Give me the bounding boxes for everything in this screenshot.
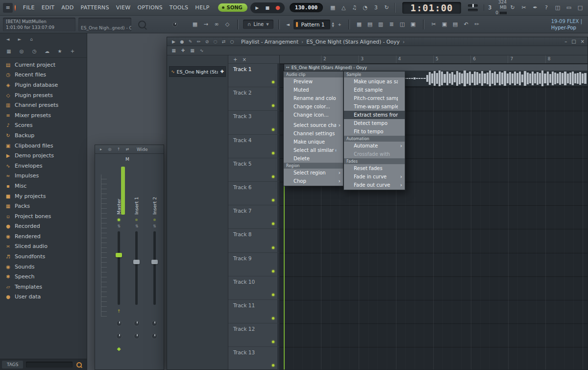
mixer-strip-insert2[interactable]: Insert 2 ⇅ [147,164,162,367]
track-mute-led[interactable] [272,81,274,83]
star-icon[interactable]: ★ [55,47,65,56]
menu-item[interactable]: Change icon... › [284,111,343,119]
parent-icon[interactable]: ⌂ [26,34,36,44]
record-button[interactable]: ● [273,3,283,12]
browser-item[interactable]: ▶ Demo projects [0,150,87,161]
search-icon[interactable] [138,21,146,28]
track-header[interactable]: Track 11 [228,300,279,323]
menubar-item[interactable]: TOOLS [166,0,192,15]
pan-knob[interactable] [116,333,122,339]
menu-item[interactable]: Chop › [284,177,343,185]
track-mute-led[interactable] [272,104,274,107]
track-header[interactable]: Track 6 [228,182,279,205]
track-header[interactable]: Track 3 [228,111,279,134]
browser-item[interactable]: ≡ Mixer presets [0,110,87,121]
save-icon[interactable]: ◫ [553,3,563,13]
browser-item[interactable]: ◉ Sounds [0,262,87,272]
menu-item[interactable]: Time-warp sample › [344,102,405,111]
snap-selector[interactable]: ∩ Line ▼ [243,20,273,29]
volume-fader[interactable] [153,231,156,305]
record-icon[interactable]: ● [178,38,186,45]
stereo-knob[interactable] [116,321,122,326]
menu-item[interactable]: Delete › [284,154,343,163]
track-mute-led[interactable] [272,364,274,367]
wait-input-icon[interactable]: ◔ [360,3,370,13]
menu-item[interactable]: Fade in curve › [344,173,405,181]
mixer-layout-label[interactable]: Wide [137,147,147,152]
menu-item[interactable]: Channel settings › [284,129,343,138]
play-button[interactable]: ▶ [252,3,262,12]
pan-arrows-icon[interactable]: ⇅ [153,224,156,228]
fullscreen-icon[interactable]: □ [575,3,585,13]
pattern-prev-icon[interactable]: ◄ [284,21,292,28]
browser-item[interactable]: ◈ Plugin database [0,80,87,90]
track-header[interactable]: Track 7 [228,205,279,229]
volume-fader[interactable] [135,231,138,305]
typing-piano-icon[interactable]: ▦ [190,20,200,29]
add-track-icon[interactable]: + [233,57,237,62]
main-pitch-slider[interactable] [468,4,478,7]
browser-item[interactable]: ◷ Recent files [0,70,87,80]
arrow-right-icon[interactable]: → [201,20,211,29]
snap-alt-icon[interactable]: ◫ [397,20,407,29]
menu-item[interactable]: Change color... › [284,102,343,111]
forward-icon[interactable]: ► [15,34,24,44]
menubar-item[interactable]: ADD [58,0,77,15]
grid-icon[interactable]: ▦ [170,47,177,54]
browser-item[interactable]: ▣ Clipboard files [0,141,87,151]
tempo-display[interactable]: 130.000 [290,3,323,12]
pattern-add-button[interactable]: + [336,21,343,28]
copy-icon[interactable]: ▣ [440,20,449,29]
browser-item[interactable]: ◉ Rendered [0,231,87,242]
tags-search-icon[interactable] [76,362,82,368]
menu-item[interactable]: Make unique as sample › [344,77,405,86]
track-header[interactable]: Track 2 [228,87,279,111]
audio-icon[interactable]: ∿ [198,47,205,54]
route-up-icon[interactable]: ↑ [117,309,121,314]
menu-item[interactable]: Automate › [344,142,405,150]
mixer-strip-insert1[interactable]: Insert 1 ⇅ [129,164,144,367]
volume-fader[interactable] [118,231,120,305]
menu-item[interactable]: Fade out curve › [344,181,405,189]
mixer-link-icon[interactable]: ⇄ [124,146,131,153]
menubar-item[interactable]: VIEW [113,0,134,15]
mixer-snap-icon[interactable]: ◎ [106,146,113,153]
track-header[interactable]: Track 12 [228,323,279,347]
drag-handle-icon[interactable]: ✚ [220,69,224,74]
track-mute-led[interactable] [272,341,274,343]
track-mute-led[interactable] [272,175,274,178]
snap-cell-icon[interactable]: ▥ [376,20,386,29]
pan-knob[interactable] [134,333,140,339]
time-display[interactable]: 1:01:00 [402,2,461,14]
snapshot-icon[interactable]: ◎ [17,47,26,56]
piano-icon[interactable]: ▦ [189,47,196,54]
detach-icon[interactable]: ▭ [564,3,574,13]
browser-item[interactable]: ■ My projects [0,191,87,201]
pan-arrows-icon[interactable]: ⇅ [117,224,121,228]
bell-icon[interactable]: ◇ [222,20,232,29]
menubar-item[interactable]: FILE [20,0,38,15]
browser-item[interactable]: ▤ Current project [0,60,87,70]
preview-knob[interactable] [172,22,177,27]
browser-item[interactable]: ◇ Plugin presets [0,90,87,100]
pattern-display[interactable]: Pattern 1 [294,20,331,29]
playlist-titlebar[interactable]: ▶●✎✏⊘◌⇄○ Playlist - Arrangement › ES_One… [167,37,588,46]
delete-icon[interactable]: ⊘ [203,38,211,45]
collections-icon[interactable]: ▦ [4,47,14,56]
tags-input[interactable] [26,362,73,368]
song-mode-toggle[interactable]: SONG [218,3,247,12]
tags-label[interactable]: TAGS [2,361,23,369]
paste-icon[interactable]: ▤ [450,20,460,29]
pattern-spinner[interactable]: ▲▼ [332,22,334,27]
menu-item[interactable]: Reset fades › [344,164,405,173]
track-header[interactable]: Track 10 [228,276,279,300]
fader-handle[interactable] [116,253,122,257]
menu-item[interactable]: Pitch-correct sample › [344,94,405,102]
mixer-detach-icon[interactable]: ▸ [98,146,104,153]
undo-icon[interactable]: ↶ [461,20,471,29]
track-mute-led[interactable] [272,222,274,225]
mute-led[interactable] [153,219,156,221]
browser-item[interactable]: ≍ Sliced audio [0,242,87,252]
track-mute-led[interactable] [272,247,274,249]
timeline-ruler[interactable]: 2345678 [280,55,588,64]
